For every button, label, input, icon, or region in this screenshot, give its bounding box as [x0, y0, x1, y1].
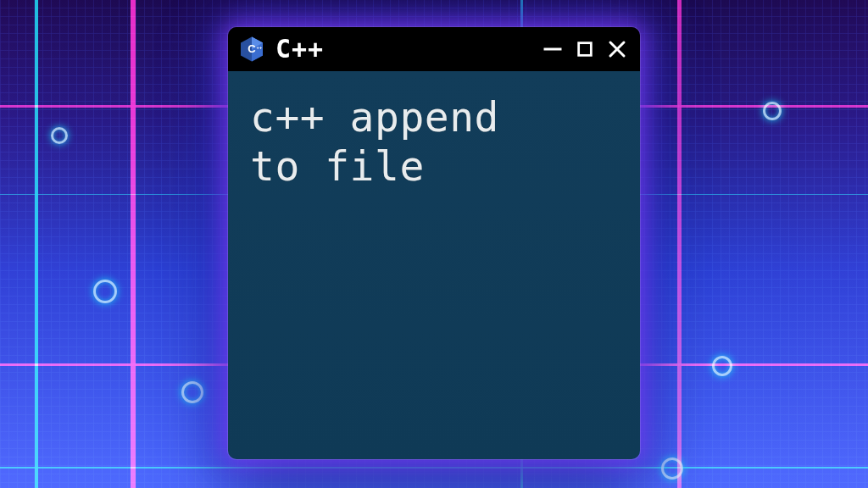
svg-text:+: + — [256, 45, 259, 50]
cpp-hex-icon: C + + — [238, 36, 265, 63]
window-controls — [542, 38, 628, 60]
decorative-pad — [181, 381, 203, 403]
svg-text:+: + — [259, 45, 262, 50]
decorative-pad — [93, 280, 117, 303]
decorative-pad — [763, 102, 782, 120]
decorative-pad — [661, 458, 683, 480]
terminal-body[interactable]: c++ append to file — [228, 71, 640, 459]
maximize-button[interactable] — [574, 38, 596, 60]
svg-rect-7 — [579, 43, 592, 56]
close-button[interactable] — [606, 38, 628, 60]
maximize-icon — [576, 40, 594, 58]
decorative-pad — [712, 356, 732, 376]
titlebar[interactable]: C + + C++ — [228, 27, 640, 71]
decorative-pad — [51, 127, 68, 144]
terminal-text: c++ append to file — [250, 93, 618, 191]
window-title: C++ — [275, 36, 531, 62]
minimize-icon — [542, 39, 563, 59]
terminal-window: C + + C++ — [228, 27, 640, 459]
minimize-button[interactable] — [542, 38, 564, 60]
svg-text:C: C — [248, 42, 256, 55]
close-icon — [607, 39, 627, 59]
